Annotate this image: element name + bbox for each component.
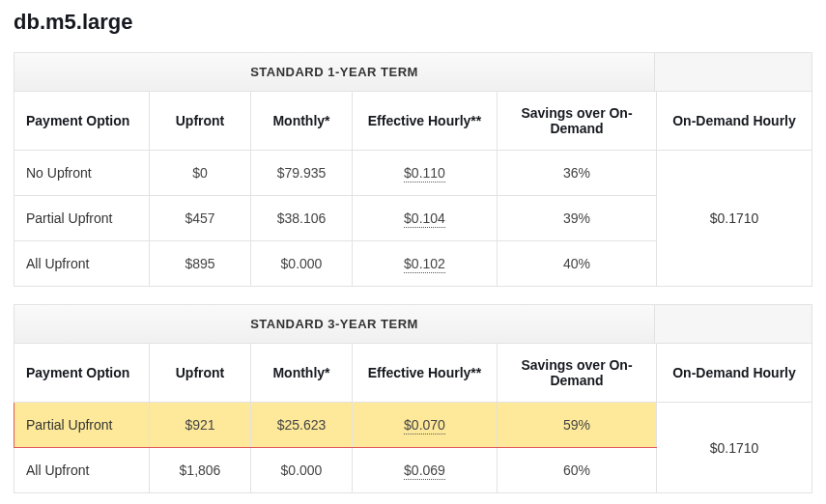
cell-effective: $0.110 [353, 151, 498, 196]
term-header-spacer [655, 52, 812, 92]
cell-monthly: $38.106 [251, 196, 353, 241]
pricing-table: Payment OptionUpfrontMonthly*Effective H… [14, 92, 812, 287]
effective-hourly-value: $0.070 [404, 417, 445, 434]
cell-payment: Partial Upfront [14, 196, 150, 241]
pricing-term-block: STANDARD 1-YEAR TERMPayment OptionUpfron… [14, 52, 812, 287]
cell-savings: 59% [498, 403, 657, 448]
cell-ondemand: $0.1710 [657, 151, 812, 287]
cell-upfront: $457 [150, 196, 251, 241]
col-upfront: Upfront [150, 344, 251, 403]
cell-payment: All Upfront [14, 241, 150, 287]
cell-monthly: $79.935 [251, 151, 353, 196]
effective-hourly-value: $0.104 [404, 210, 445, 228]
col-ondemand: On-Demand Hourly [657, 92, 812, 151]
col-monthly: Monthly* [251, 92, 353, 151]
term-header-spacer [655, 304, 812, 344]
cell-upfront: $0 [150, 151, 251, 196]
col-savings: Savings over On-Demand [498, 92, 657, 151]
col-payment: Payment Option [14, 92, 150, 151]
cell-upfront: $921 [150, 403, 251, 448]
col-ondemand: On-Demand Hourly [657, 344, 812, 403]
page-title: db.m5.large [14, 10, 812, 35]
cell-effective: $0.070 [353, 403, 498, 448]
cell-payment: No Upfront [14, 151, 150, 196]
col-payment: Payment Option [14, 344, 150, 403]
cell-payment: Partial Upfront [14, 403, 150, 448]
cell-effective: $0.069 [353, 448, 498, 493]
cell-upfront: $1,806 [150, 448, 251, 493]
table-row: Partial Upfront$921$25.623$0.07059%$0.17… [14, 403, 812, 448]
cell-ondemand: $0.1710 [657, 403, 812, 493]
pricing-term-block: STANDARD 3-YEAR TERMPayment OptionUpfron… [14, 304, 812, 493]
cell-payment: All Upfront [14, 448, 150, 493]
pricing-table: Payment OptionUpfrontMonthly*Effective H… [14, 344, 812, 493]
cell-monthly: $25.623 [251, 403, 353, 448]
cell-effective: $0.104 [353, 196, 498, 241]
term-title: STANDARD 1-YEAR TERM [14, 52, 655, 92]
col-savings: Savings over On-Demand [498, 344, 657, 403]
col-effective: Effective Hourly** [353, 344, 498, 403]
cell-savings: 39% [498, 196, 657, 241]
cell-savings: 36% [498, 151, 657, 196]
table-row: No Upfront$0$79.935$0.11036%$0.1710 [14, 151, 812, 196]
effective-hourly-value: $0.069 [404, 462, 445, 480]
cell-monthly: $0.000 [251, 448, 353, 493]
effective-hourly-value: $0.102 [404, 256, 445, 273]
cell-monthly: $0.000 [251, 241, 353, 287]
effective-hourly-value: $0.110 [404, 165, 445, 182]
col-effective: Effective Hourly** [353, 92, 498, 151]
col-monthly: Monthly* [251, 344, 353, 403]
col-upfront: Upfront [150, 92, 251, 151]
cell-savings: 40% [498, 241, 657, 287]
cell-savings: 60% [498, 448, 657, 493]
cell-effective: $0.102 [353, 241, 498, 287]
term-title: STANDARD 3-YEAR TERM [14, 304, 655, 344]
cell-upfront: $895 [150, 241, 251, 287]
